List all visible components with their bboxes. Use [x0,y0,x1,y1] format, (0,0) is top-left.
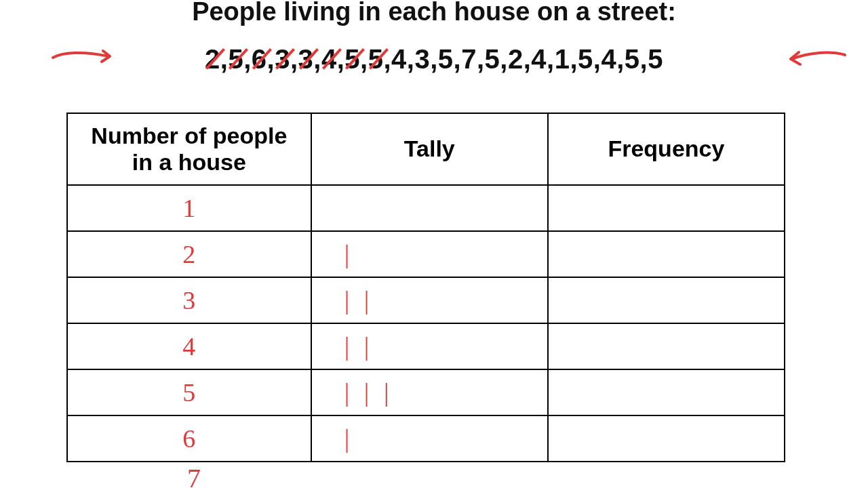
cell-tally: | | [311,277,548,323]
table-row: 3| | [67,277,785,323]
worksheet: People living in each house on a street:… [0,0,868,485]
table-row: 1 [67,185,785,231]
sequence-number: 5 [228,44,243,75]
title: People living in each house on a street: [0,0,868,26]
col-header-number-l2: in a house [132,149,246,175]
cell-frequency [548,277,785,323]
cell-frequency [548,369,785,415]
sequence-number: 3 [414,44,430,75]
sequence-number: 5 [485,44,500,75]
sequence-number: 4 [601,44,616,75]
sequence-number: 5 [648,44,663,75]
sequence-number: 3 [298,44,314,75]
cell-tally: | | | [311,369,548,415]
sequence-separator: , [593,44,601,75]
sequence-separator: , [640,44,648,75]
sequence-number: 4 [321,44,337,75]
cell-frequency [548,231,785,277]
sequence-number: 3 [275,44,290,75]
sequence-number: 5 [438,44,454,75]
cell-tally [311,185,548,231]
sequence-separator: , [430,44,438,75]
sequence-number: 5 [625,44,640,75]
col-header-tally: Tally [311,113,548,185]
cell-number: 3 [67,277,311,323]
sequence-number: 2 [508,44,524,75]
sequence-number: 7 [461,44,477,75]
sequence-separator: , [454,44,462,75]
cell-number: 6 [67,415,311,462]
sequence-number: 5 [344,44,360,75]
table-row: 4| | [67,323,785,369]
sequence-number: 4 [531,44,547,75]
sequence-number: 5 [368,44,384,75]
sequence-separator: , [616,44,625,75]
col-header-number: Number of people in a house [67,113,311,185]
cell-tally: | [311,415,548,462]
cell-frequency [548,185,785,231]
cell-number: 1 [67,185,311,231]
table-row: 6| [67,415,785,462]
sequence-separator: , [500,44,508,75]
cell-frequency [548,323,785,369]
table-row: 5| | | [67,369,785,415]
frequency-table: Number of people in a house Tally Freque… [66,113,785,462]
sequence-number: 5 [578,44,593,75]
cell-number: 5 [67,369,311,415]
cell-number: 4 [67,323,311,369]
sequence-number: 2 [205,44,220,75]
col-header-frequency: Frequency [548,113,785,185]
sequence-number: 6 [252,44,267,75]
table-row: 2| [67,231,785,277]
sequence-separator: , [407,44,415,75]
col-header-number-l1: Number of people [91,123,287,148]
cell-number: 2 [67,231,311,277]
sequence-separator: , [477,44,485,75]
sequence-separator: , [547,44,555,75]
overflow-number: 7 [187,462,201,488]
sequence-number: 4 [391,44,407,75]
sequence-number: 1 [555,44,570,75]
sequence-separator: , [524,44,532,75]
data-sequence: 2, 5, 6, 3, 3, 4, 5, 5, 4, 3, 5, 7, 5, 2… [0,44,868,85]
cell-tally: | [311,231,548,277]
sequence-separator: , [570,44,578,75]
cell-tally: | | [311,323,548,369]
cell-frequency [548,415,785,462]
